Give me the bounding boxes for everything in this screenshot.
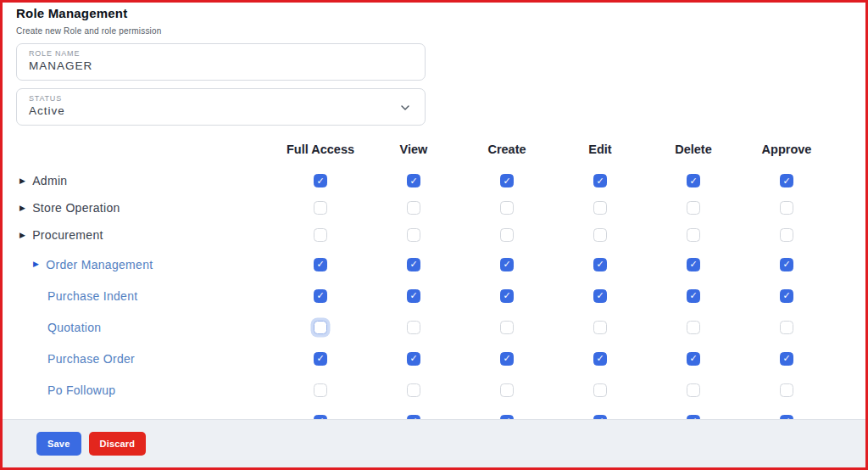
caret-right-icon[interactable]: ▶ xyxy=(19,177,25,185)
permission-cell xyxy=(367,383,460,397)
checkbox-order-management-approve[interactable] xyxy=(780,258,793,271)
checkbox-purchase-indent-view[interactable] xyxy=(407,289,420,303)
checkbox-quotation-view[interactable] xyxy=(407,321,420,334)
permission-row-purchase-order: Purchase Order xyxy=(3,343,865,374)
checkbox-po-followup-approve[interactable] xyxy=(780,383,793,397)
checkbox-purchase-indent-edit[interactable] xyxy=(593,289,607,303)
checkbox-procurement-full-access[interactable] xyxy=(314,228,327,242)
permission-cell xyxy=(367,289,460,303)
permission-cell xyxy=(460,258,554,271)
checkbox-po-followup-delete[interactable] xyxy=(687,383,700,397)
checkbox-store-operation-edit[interactable] xyxy=(593,201,607,215)
checkbox-store-operation-approve[interactable] xyxy=(780,201,793,215)
checkbox-purchase-indent-delete[interactable] xyxy=(687,289,700,303)
permission-cell xyxy=(274,174,367,187)
permission-cell xyxy=(647,228,740,242)
checkbox-purchase-order-approve[interactable] xyxy=(780,352,793,366)
checkbox-procurement-delete[interactable] xyxy=(687,228,700,242)
checkbox-procurement-approve[interactable] xyxy=(780,228,793,242)
checkbox-purchase-order-create[interactable] xyxy=(500,352,514,366)
checkbox-purchase-order-view[interactable] xyxy=(407,352,420,366)
checkbox-purchase-indent-full-access[interactable] xyxy=(314,289,327,303)
checkbox-purchase-order-edit[interactable] xyxy=(593,352,607,366)
row-label-order-management[interactable]: ▶Order Management xyxy=(3,258,274,271)
permission-cell xyxy=(554,228,647,242)
checkbox-order-management-edit[interactable] xyxy=(593,258,607,271)
caret-right-icon[interactable]: ▶ xyxy=(33,260,39,268)
checkbox-purchase-order-full-access[interactable] xyxy=(314,352,327,366)
save-button[interactable]: Save xyxy=(36,432,81,456)
permission-cell xyxy=(554,201,647,215)
role-name-field[interactable]: ROLE NAME MANAGER xyxy=(16,43,426,81)
checkbox-admin-edit[interactable] xyxy=(593,174,607,187)
row-label-text: Po Followup xyxy=(47,383,115,397)
checkbox-admin-full-access[interactable] xyxy=(314,174,327,187)
caret-right-icon[interactable]: ▶ xyxy=(19,232,25,239)
row-label-procurement[interactable]: ▶Procurement xyxy=(3,228,274,242)
permission-row-quotation: Quotation xyxy=(3,311,865,343)
checkbox-procurement-edit[interactable] xyxy=(593,228,607,242)
checkbox-quotation-full-access[interactable] xyxy=(314,321,327,334)
status-label: STATUS xyxy=(29,94,413,103)
checkbox-quotation-create[interactable] xyxy=(500,321,514,334)
permission-cell xyxy=(274,352,367,366)
footer-bar: Save Discard xyxy=(3,419,865,467)
checkbox-quotation-delete[interactable] xyxy=(687,321,700,334)
row-label-admin[interactable]: ▶Admin xyxy=(3,174,274,187)
checkbox-quotation-edit[interactable] xyxy=(593,321,607,334)
checkbox-procurement-create[interactable] xyxy=(500,228,514,242)
permission-cell xyxy=(740,289,833,303)
checkbox-admin-create[interactable] xyxy=(500,174,514,187)
status-field[interactable]: STATUS Active xyxy=(16,88,426,126)
status-select[interactable]: Active xyxy=(29,104,413,117)
checkbox-purchase-indent-approve[interactable] xyxy=(780,289,793,303)
permission-cell xyxy=(460,289,554,303)
checkbox-purchase-order-delete[interactable] xyxy=(687,352,700,366)
row-label-quotation: Quotation xyxy=(3,321,274,334)
checkbox-procurement-view[interactable] xyxy=(407,228,420,242)
caret-right-icon[interactable]: ▶ xyxy=(19,204,25,212)
checkbox-quotation-approve[interactable] xyxy=(780,321,793,334)
permission-cell xyxy=(367,174,460,187)
chevron-down-icon xyxy=(399,102,411,114)
permission-cell xyxy=(740,321,833,334)
permission-cell xyxy=(460,201,554,215)
permission-cell xyxy=(274,228,367,242)
permission-rows: ▶Admin▶Store Operation▶Procurement▶Order… xyxy=(3,167,865,437)
column-header-delete: Delete xyxy=(647,143,740,156)
permission-cell xyxy=(740,228,833,242)
permission-cell xyxy=(647,383,740,397)
checkbox-admin-delete[interactable] xyxy=(687,174,700,187)
checkbox-po-followup-edit[interactable] xyxy=(593,383,607,397)
permission-cell xyxy=(647,174,740,187)
checkbox-store-operation-create[interactable] xyxy=(500,201,514,215)
checkbox-order-management-create[interactable] xyxy=(500,258,514,271)
row-label-text: Admin xyxy=(32,174,67,187)
role-name-input[interactable]: MANAGER xyxy=(29,59,413,72)
permission-cell xyxy=(554,352,647,366)
permission-cell xyxy=(460,174,554,187)
checkbox-admin-view[interactable] xyxy=(407,174,420,187)
checkbox-admin-approve[interactable] xyxy=(780,174,793,187)
checkbox-order-management-view[interactable] xyxy=(407,258,420,271)
page-title: Role Management xyxy=(16,6,865,20)
permission-cell xyxy=(460,321,554,334)
discard-button[interactable]: Discard xyxy=(89,432,147,456)
checkbox-order-management-full-access[interactable] xyxy=(314,258,327,271)
row-label-store-operation[interactable]: ▶Store Operation xyxy=(3,201,274,215)
permission-cell xyxy=(274,258,367,271)
checkbox-store-operation-view[interactable] xyxy=(407,201,420,215)
permission-cell xyxy=(274,321,367,334)
checkbox-order-management-delete[interactable] xyxy=(687,258,700,271)
checkbox-purchase-indent-create[interactable] xyxy=(500,289,514,303)
permission-cell xyxy=(367,201,460,215)
permission-cell xyxy=(367,352,460,366)
checkbox-po-followup-full-access[interactable] xyxy=(314,383,327,397)
row-label-text: Store Operation xyxy=(32,201,120,215)
checkbox-store-operation-delete[interactable] xyxy=(687,201,700,215)
checkbox-store-operation-full-access[interactable] xyxy=(314,201,327,215)
permission-cell xyxy=(367,321,460,334)
checkbox-po-followup-create[interactable] xyxy=(500,383,514,397)
checkbox-po-followup-view[interactable] xyxy=(407,383,420,397)
permission-cell xyxy=(367,258,460,271)
